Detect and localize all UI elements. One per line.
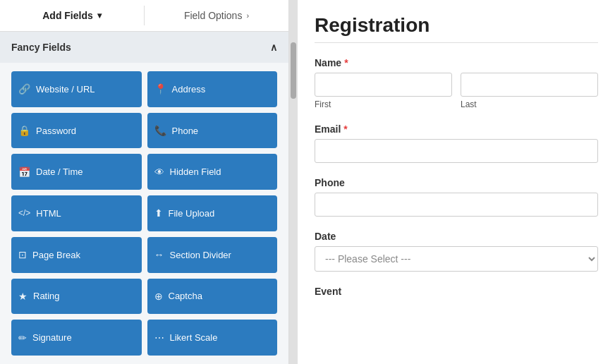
- form-label-name: Name *: [315, 57, 598, 68]
- fields-grid: 🔗 Website / URL 📍 Address 🔒 Password 📞 P…: [0, 63, 288, 364]
- field-btn-hidden-field[interactable]: 👁 Hidden Field: [147, 154, 278, 190]
- star-icon: ★: [18, 291, 28, 302]
- field-label-rating: Rating: [33, 291, 60, 301]
- form-field-email: Email *: [315, 123, 598, 163]
- tab-add-fields-label: Add Fields: [42, 10, 93, 21]
- chevron-down-icon: ▾: [97, 11, 102, 20]
- right-panel: Registration Name * First Last Email *: [298, 0, 615, 364]
- link-icon: 🔗: [18, 83, 30, 95]
- field-label-likert-scale: Likert Scale: [170, 332, 218, 343]
- field-label-hidden-field: Hidden Field: [170, 166, 221, 177]
- chevron-up-icon: ∧: [270, 42, 277, 53]
- phone-input[interactable]: [315, 193, 598, 217]
- field-label-page-break: Page Break: [32, 250, 80, 260]
- field-btn-page-break[interactable]: ⊡ Page Break: [11, 237, 142, 273]
- pencil-icon: ✏: [18, 332, 27, 344]
- page-break-icon: ⊡: [18, 249, 27, 260]
- form-title: Registration: [315, 14, 598, 37]
- form-label-phone: Phone: [315, 177, 598, 188]
- field-btn-likert-scale[interactable]: ⋯ Likert Scale: [147, 320, 278, 356]
- calendar-icon: 📅: [18, 166, 30, 178]
- field-label-file-upload: File Upload: [169, 208, 215, 219]
- field-label-website-url: Website / URL: [36, 84, 95, 95]
- form-field-name: Name * First Last: [315, 57, 598, 109]
- field-btn-website-url[interactable]: 🔗 Website / URL: [11, 71, 142, 107]
- field-btn-password[interactable]: 🔒 Password: [11, 113, 142, 149]
- first-name-input[interactable]: [315, 73, 452, 97]
- upload-icon: ⬆: [154, 207, 163, 219]
- field-btn-rating[interactable]: ★ Rating: [11, 279, 142, 315]
- scrollbar-thumb[interactable]: [291, 42, 296, 99]
- fancy-fields-label: Fancy Fields: [11, 42, 71, 53]
- field-btn-address[interactable]: 📍 Address: [147, 71, 278, 107]
- field-label-section-divider: Section Divider: [170, 250, 231, 260]
- field-btn-section-divider[interactable]: ↔ Section Divider: [147, 237, 278, 273]
- captcha-icon: ⊕: [154, 291, 163, 302]
- date-select[interactable]: --- Please Select ---: [315, 246, 598, 272]
- field-label-password: Password: [36, 126, 76, 136]
- name-last-col: Last: [461, 73, 598, 109]
- field-label-captcha: Captcha: [169, 291, 202, 301]
- name-first-col: First: [315, 73, 452, 109]
- tab-bar: Add Fields ▾ Field Options ›: [0, 0, 288, 32]
- tab-field-options-label: Field Options: [184, 10, 242, 21]
- field-btn-date-time[interactable]: 📅 Date / Time: [11, 154, 142, 190]
- likert-icon: ⋯: [154, 332, 164, 344]
- name-row: First Last: [315, 73, 598, 109]
- form-label-event: Event: [315, 286, 598, 297]
- form-field-date: Date --- Please Select ---: [315, 231, 598, 272]
- form-field-event: Event: [315, 286, 598, 297]
- field-label-address: Address: [172, 84, 206, 95]
- required-star-name: *: [344, 57, 348, 68]
- field-label-signature: Signature: [32, 332, 72, 343]
- map-pin-icon: 📍: [154, 83, 166, 95]
- field-btn-file-upload[interactable]: ⬆ File Upload: [147, 195, 278, 231]
- left-panel: Add Fields ▾ Field Options › Fancy Field…: [0, 0, 289, 364]
- scrollbar[interactable]: [289, 0, 298, 364]
- chevron-right-icon: ›: [246, 11, 249, 20]
- form-label-email: Email *: [315, 123, 598, 135]
- form-field-phone: Phone: [315, 177, 598, 217]
- form-label-date: Date: [315, 231, 598, 242]
- field-btn-signature[interactable]: ✏ Signature: [11, 320, 142, 356]
- field-btn-captcha[interactable]: ⊕ Captcha: [147, 279, 278, 315]
- first-name-label: First: [315, 99, 452, 109]
- code-icon: </>: [18, 208, 30, 218]
- lock-icon: 🔒: [18, 125, 30, 136]
- phone-icon: 📞: [154, 125, 166, 136]
- fancy-fields-section[interactable]: Fancy Fields ∧: [0, 32, 288, 63]
- tab-field-options[interactable]: Field Options ›: [145, 0, 288, 31]
- field-label-html: HTML: [36, 208, 61, 219]
- last-name-input[interactable]: [461, 73, 598, 97]
- field-label-date-time: Date / Time: [36, 166, 83, 177]
- required-star-email: *: [343, 123, 347, 135]
- divider-icon: ↔: [154, 249, 164, 260]
- last-name-label: Last: [461, 99, 598, 109]
- field-btn-html[interactable]: </> HTML: [11, 195, 142, 231]
- email-input[interactable]: [315, 139, 598, 163]
- field-label-phone: Phone: [172, 126, 199, 136]
- form-divider: [315, 42, 598, 43]
- tab-add-fields[interactable]: Add Fields ▾: [0, 0, 144, 31]
- field-btn-phone[interactable]: 📞 Phone: [147, 113, 278, 149]
- eye-icon: 👁: [154, 166, 164, 178]
